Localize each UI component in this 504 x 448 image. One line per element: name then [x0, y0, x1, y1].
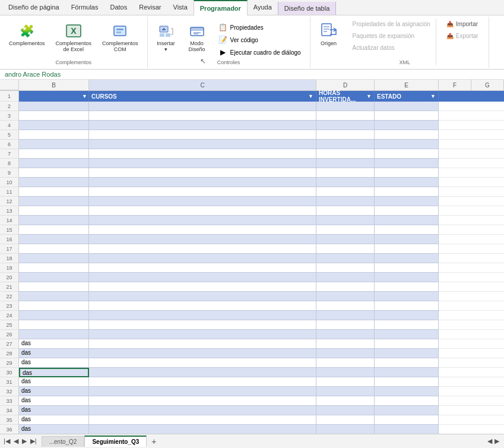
cell-d-27[interactable] — [316, 339, 375, 349]
col-header-e[interactable]: E — [375, 80, 439, 90]
cell-e-36[interactable] — [375, 425, 439, 434]
cell-d-12[interactable] — [316, 197, 375, 206]
cell-e-4[interactable] — [375, 121, 439, 130]
cell-d-16[interactable] — [316, 235, 375, 244]
btn-modo-diseno[interactable]: ModoDiseño — [183, 19, 211, 55]
filter-btn-c[interactable]: ▼ — [308, 93, 313, 99]
cell-d-33[interactable] — [316, 396, 375, 406]
cell-b-22[interactable] — [19, 292, 89, 301]
cell-b-36[interactable]: das — [19, 425, 89, 434]
cell-b-15[interactable] — [19, 225, 89, 235]
cell-d-6[interactable] — [316, 140, 375, 149]
cell-d-20[interactable] — [316, 273, 375, 282]
sheet-tab-q3[interactable]: Seguimiento_Q3 — [84, 436, 147, 447]
cell-c-26[interactable] — [89, 330, 316, 339]
cell-d-22[interactable] — [316, 292, 375, 301]
filter-btn-e[interactable]: ▼ — [430, 93, 436, 99]
sheet-nav-left[interactable]: ◀ — [12, 436, 20, 446]
cell-c-9[interactable] — [89, 168, 316, 178]
col-header-c[interactable]: C — [89, 80, 316, 90]
scroll-left[interactable]: ◀ — [487, 437, 492, 445]
cell-c-2[interactable] — [89, 102, 316, 111]
cell-c-19[interactable] — [89, 263, 316, 273]
cell-e-8[interactable] — [375, 159, 439, 168]
cell-b-32[interactable]: das — [19, 387, 89, 396]
cell-b-14[interactable] — [19, 216, 89, 225]
cell-b-13[interactable] — [19, 206, 89, 216]
cell-b-28[interactable]: das — [19, 349, 89, 358]
tab-diseno-pagina[interactable]: Diseño de página — [2, 0, 65, 15]
cell-c-22[interactable] — [89, 292, 316, 301]
col-header-g[interactable]: G — [471, 80, 504, 90]
tab-revisar[interactable]: Revisar — [133, 0, 167, 15]
cell-d-8[interactable] — [316, 159, 375, 168]
cell-d-19[interactable] — [316, 263, 375, 273]
cell-b-5[interactable] — [19, 130, 89, 140]
cell-e-15[interactable] — [375, 225, 439, 235]
cell-e-26[interactable] — [375, 330, 439, 339]
cell-c-31[interactable] — [89, 377, 316, 387]
tab-formulas[interactable]: Fórmulas — [65, 0, 104, 15]
cell-e-27[interactable] — [375, 339, 439, 349]
filter-btn-d[interactable]: ▼ — [366, 93, 372, 99]
col-header-f[interactable]: F — [439, 80, 471, 90]
cell-d-4[interactable] — [316, 121, 375, 130]
cell-e-6[interactable] — [375, 140, 439, 149]
cell-e-22[interactable] — [375, 292, 439, 301]
cell-d-30[interactable] — [316, 368, 375, 377]
cell-d-28[interactable] — [316, 349, 375, 358]
btn-propiedades[interactable]: 📋 Propiedades — [214, 21, 305, 33]
sheet-nav-right[interactable]: ▶ — [21, 436, 28, 446]
cell-d-18[interactable] — [316, 254, 375, 263]
cell-b-34[interactable]: das — [19, 406, 89, 415]
cell-c-18[interactable] — [89, 254, 316, 263]
cell-e-16[interactable] — [375, 235, 439, 244]
cell-d-2[interactable] — [316, 102, 375, 111]
btn-insertar[interactable]: Insertar▾ — [153, 19, 180, 55]
cell-e-12[interactable] — [375, 197, 439, 206]
cell-e-7[interactable] — [375, 149, 439, 159]
cell-e-19[interactable] — [375, 263, 439, 273]
cell-e-23[interactable] — [375, 301, 439, 311]
sheet-nav-right-right[interactable]: ▶| — [29, 436, 38, 446]
cell-b-30[interactable]: das — [19, 368, 89, 377]
cell-c-17[interactable] — [89, 244, 316, 254]
cell-e-35[interactable] — [375, 415, 439, 425]
cell-d-34[interactable] — [316, 406, 375, 415]
cell-e-10[interactable] — [375, 178, 439, 187]
cell-c-20[interactable] — [89, 273, 316, 282]
cell-b-19[interactable] — [19, 263, 89, 273]
cell-c-33[interactable] — [89, 396, 316, 406]
sheet-nav-left-left[interactable]: |◀ — [2, 436, 11, 446]
cell-c-23[interactable] — [89, 301, 316, 311]
cell-c-6[interactable] — [89, 140, 316, 149]
cell-e-2[interactable] — [375, 102, 439, 111]
add-sheet-button[interactable]: + — [147, 436, 161, 447]
cell-d-15[interactable] — [316, 225, 375, 235]
cell-b-20[interactable] — [19, 273, 89, 282]
cell-c-13[interactable] — [89, 206, 316, 216]
cell-c-32[interactable] — [89, 387, 316, 396]
filter-btn-b[interactable]: ▼ — [82, 93, 87, 99]
cell-c-28[interactable] — [89, 349, 316, 358]
cell-c-21[interactable] — [89, 282, 316, 292]
cell-e-13[interactable] — [375, 206, 439, 216]
cell-c-16[interactable] — [89, 235, 316, 244]
tab-vista[interactable]: Vista — [167, 0, 194, 15]
cell-b-24[interactable] — [19, 311, 89, 320]
cell-c-8[interactable] — [89, 159, 316, 168]
cell-b-10[interactable] — [19, 178, 89, 187]
cell-e-33[interactable] — [375, 396, 439, 406]
cell-c-4[interactable] — [89, 121, 316, 130]
tab-datos[interactable]: Datos — [104, 0, 133, 15]
cell-e-9[interactable] — [375, 168, 439, 178]
cell-b-4[interactable] — [19, 121, 89, 130]
cell-d-10[interactable] — [316, 178, 375, 187]
btn-complementos-excel[interactable]: X Complementosde Excel — [52, 19, 96, 55]
tab-programador[interactable]: Programador — [194, 0, 248, 15]
cell-e-30[interactable] — [375, 368, 439, 377]
cell-d-32[interactable] — [316, 387, 375, 396]
cell-d-3[interactable] — [316, 111, 375, 121]
cell-d-31[interactable] — [316, 377, 375, 387]
cell-b-23[interactable] — [19, 301, 89, 311]
